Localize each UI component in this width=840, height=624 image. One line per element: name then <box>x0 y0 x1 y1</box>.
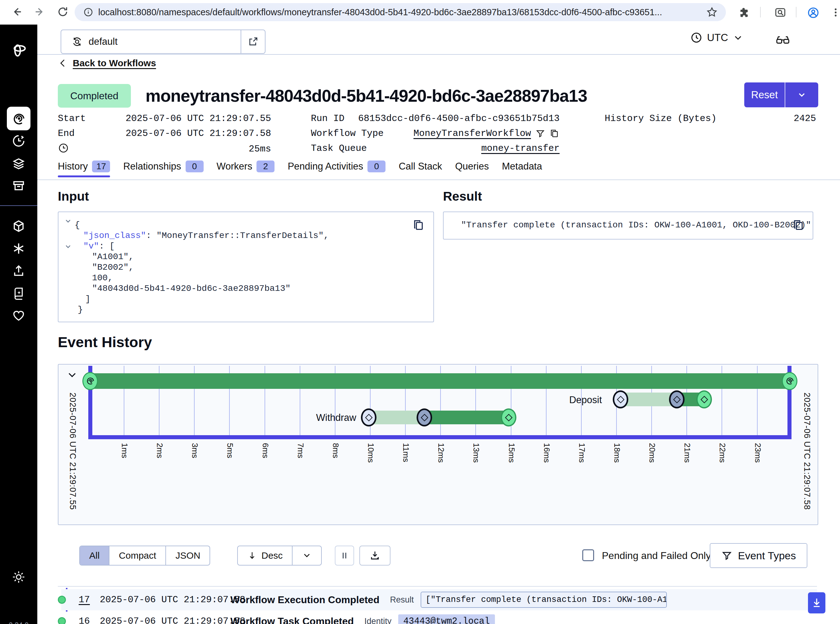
axis-tick: 23ms <box>753 443 763 463</box>
axis-tick: 20ms <box>647 443 657 463</box>
browser-menu-icon[interactable] <box>829 6 840 19</box>
withdraw-scheduled-marker[interactable] <box>361 408 376 426</box>
event-row[interactable]: 16 2025-07-06 UTC 21:29:07.58 Workflow T… <box>61 612 817 624</box>
sidebar-item-docs[interactable] <box>7 281 31 305</box>
namespace-selector[interactable]: default <box>61 29 265 54</box>
event-row[interactable]: 17 2025-07-06 UTC 21:29:07.58 Workflow E… <box>61 589 817 610</box>
timezone-selector[interactable]: UTC <box>690 31 744 44</box>
tab-workers[interactable]: Workers 2 <box>217 161 275 177</box>
theme-toggle-icon[interactable] <box>7 565 31 589</box>
sidebar-divider <box>0 205 37 206</box>
history-size-value: 2425 <box>746 113 816 124</box>
download-button[interactable] <box>359 545 390 565</box>
extensions-icon[interactable] <box>738 6 751 19</box>
axis-tick: 22ms <box>718 443 727 463</box>
reset-dropdown-button[interactable] <box>785 82 818 107</box>
workflow-type-link[interactable]: MoneyTransferWorkflow <box>413 128 531 139</box>
copy-icon[interactable] <box>550 128 559 138</box>
temporal-logo-icon[interactable] <box>7 38 31 61</box>
sidebar-item-nexus-cube[interactable] <box>7 214 31 238</box>
axis-tick: 6ms <box>260 443 270 458</box>
sort-dropdown-button[interactable] <box>293 546 321 565</box>
reset-button[interactable]: Reset <box>744 82 785 107</box>
collapse-icon[interactable] <box>64 242 72 251</box>
filter-icon[interactable] <box>535 128 545 138</box>
copy-icon[interactable] <box>412 219 425 232</box>
reset-split-button: Reset <box>744 82 818 107</box>
history-size-label: History Size (Bytes) <box>605 113 717 124</box>
browser-forward-icon[interactable] <box>34 6 46 18</box>
scroll-to-bottom-button[interactable] <box>808 592 825 613</box>
toolbar-divider <box>760 7 761 17</box>
tab-call-stack[interactable]: Call Stack <box>399 161 442 177</box>
event-types-button[interactable]: Event Types <box>710 543 808 568</box>
event-attr-value[interactable]: ["Transfer complete (transaction IDs: OK… <box>421 592 667 608</box>
event-id-link[interactable]: 16 <box>79 616 93 624</box>
deposit-completed-marker[interactable] <box>697 391 712 408</box>
event-types-label: Event Types <box>738 550 796 562</box>
sidebar-item-schedules[interactable] <box>7 129 31 153</box>
sidebar-item-archive[interactable] <box>7 174 31 198</box>
back-to-workflows-label: Back to Workflows <box>73 58 156 68</box>
sort-desc-button[interactable]: Desc <box>238 546 293 565</box>
browser-reload-icon[interactable] <box>57 6 69 18</box>
site-info-icon[interactable] <box>83 6 94 18</box>
event-history-timeline: Deposit Withdraw 1ms 2ms 3ms 5ms 6ms 7ms… <box>58 364 818 525</box>
bookmark-star-icon[interactable] <box>706 6 718 18</box>
workflow-type-row: MoneyTransferWorkflow <box>358 128 559 139</box>
status-badge: Completed <box>58 84 131 108</box>
task-queue-link[interactable]: money-transfer <box>358 143 559 154</box>
event-timestamp: 2025-07-06 UTC 21:29:07.58 <box>100 595 223 605</box>
end-label: End <box>58 128 75 139</box>
view-all-button[interactable]: All <box>80 546 109 565</box>
withdraw-started-marker[interactable] <box>416 408 432 426</box>
event-status-dot <box>58 617 66 624</box>
json-line: "json_class": "MoneyTransfer::TransferDe… <box>83 231 329 241</box>
sidebar-item-import-export[interactable] <box>7 259 31 283</box>
sidebar-item-workflows[interactable] <box>7 107 31 130</box>
axis-tick: 11ms <box>401 443 411 462</box>
workflow-execution-bar[interactable] <box>88 373 790 389</box>
deposit-started-marker[interactable] <box>669 391 684 408</box>
namespace-icon <box>71 36 83 48</box>
collapse-icon[interactable] <box>64 217 72 225</box>
tab-metadata[interactable]: Metadata <box>502 161 542 177</box>
workflow-end-marker[interactable] <box>782 372 797 390</box>
tab-relationships[interactable]: Relationships 0 <box>123 161 203 177</box>
pending-failed-checkbox[interactable] <box>582 549 594 561</box>
view-compact-button[interactable]: Compact <box>109 546 166 565</box>
sidebar-item-feedback-heart[interactable] <box>7 304 31 327</box>
view-mode-segmented: All Compact JSON <box>79 545 210 565</box>
workflow-tabs: History 17 Relationships 0 Workers 2 Pen… <box>58 161 542 177</box>
sidebar-item-deployments[interactable] <box>7 151 31 175</box>
address-bar[interactable]: localhost:8080/namespaces/default/workfl… <box>75 3 726 21</box>
pause-button[interactable] <box>335 545 354 565</box>
timeline-collapse-icon[interactable] <box>66 369 79 382</box>
tab-pending-activities[interactable]: Pending Activities 0 <box>288 161 385 177</box>
deposit-scheduled-marker[interactable] <box>613 391 628 408</box>
run-id-value: 68153dcc-d0f6-4500-afbc-c93651b75d13 <box>358 113 559 124</box>
workflow-start-marker[interactable] <box>82 372 98 390</box>
event-timestamp: 2025-07-06 UTC 21:29:07.58 <box>100 616 223 624</box>
tab-queries[interactable]: Queries <box>455 161 489 177</box>
duration-value: 25ms <box>124 144 271 154</box>
sort-label: Desc <box>262 550 283 561</box>
sidebar-item-asterisk[interactable] <box>7 237 31 260</box>
json-line: "48043d0d-5b41-4920-bd6c-3ae28897ba13" <box>92 284 291 293</box>
browser-back-icon[interactable] <box>11 6 23 18</box>
back-to-workflows-link[interactable]: Back to Workflows <box>58 58 156 68</box>
namespace-external-link-icon[interactable] <box>240 30 265 53</box>
event-id-link[interactable]: 17 <box>79 595 93 605</box>
tab-search-icon[interactable] <box>774 6 786 19</box>
sort-split-button: Desc <box>237 545 322 565</box>
url-text: localhost:8080/namespaces/default/workfl… <box>98 7 662 17</box>
labs-glasses-icon[interactable] <box>775 32 790 48</box>
clock-icon <box>690 31 703 44</box>
tab-history[interactable]: History 17 <box>58 161 110 177</box>
profile-icon[interactable] <box>807 6 820 19</box>
timezone-label: UTC <box>707 32 728 43</box>
view-json-button[interactable]: JSON <box>166 546 210 565</box>
copy-icon[interactable] <box>792 219 805 232</box>
withdraw-completed-marker[interactable] <box>501 408 516 426</box>
json-line: ] <box>85 294 91 304</box>
